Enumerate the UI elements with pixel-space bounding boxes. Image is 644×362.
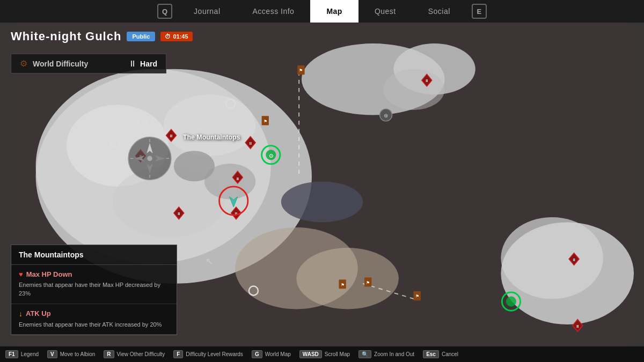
bottom-key-move: V Move to Albion [47, 350, 95, 358]
bottom-key-scroll: WASD Scroll Map [299, 350, 350, 358]
svg-point-7 [204, 164, 255, 200]
svg-text:⊙: ⊙ [269, 153, 273, 159]
svg-text:II: II [426, 78, 428, 83]
label-cancel: Cancel [442, 351, 458, 357]
nav-tabs: Q Journal Access Info Map Quest Social E [152, 0, 492, 23]
difficulty-pause-icon: ⏸ [128, 59, 137, 69]
tab-journal[interactable]: Journal [178, 0, 236, 23]
svg-text:⚑: ⚑ [415, 294, 419, 299]
difficulty-value: Hard [140, 60, 157, 68]
svg-text:⚑: ⚑ [366, 280, 370, 285]
bottom-key-rewards: F Difficulty Level Rewards [173, 350, 243, 358]
svg-text:⚑: ⚑ [299, 68, 303, 73]
key-f: F [173, 350, 183, 358]
nav-key-e[interactable]: E [472, 4, 487, 19]
svg-point-12 [501, 217, 603, 299]
key-f1: F1 [5, 350, 18, 358]
svg-text:II: II [576, 324, 579, 329]
svg-text:II: II [178, 211, 180, 216]
svg-point-17 [281, 181, 363, 222]
key-v: V [47, 350, 57, 358]
key-wasd: WASD [299, 350, 322, 358]
effect-atk-up: ↓ ATK Up Enemies that appear have their … [11, 304, 177, 335]
key-esc: Esc [423, 350, 439, 358]
effect-name-hp: ♥ Max HP Down [19, 270, 169, 278]
effect-desc-atk: Enemies that appear have their ATK incre… [19, 320, 169, 329]
heart-icon: ♥ [19, 270, 23, 278]
nav-key-q[interactable]: Q [157, 4, 172, 19]
label-rewards: Difficulty Level Rewards [186, 351, 243, 357]
key-zoom: 🔍 [358, 350, 371, 358]
svg-text:II: II [250, 141, 252, 146]
bottom-bar: F1 Legend V Move to Albion R View Other … [0, 346, 644, 362]
svg-text:⚑: ⚑ [264, 119, 267, 124]
effect-max-hp-down: ♥ Max HP Down Enemies that appear have t… [11, 265, 177, 304]
bottom-key-zoom: 🔍 Zoom In and Out [358, 350, 414, 358]
key-r: R [104, 350, 114, 358]
label-scroll: Scroll Map [325, 351, 350, 357]
difficulty-icon: ⚙ [20, 58, 27, 69]
svg-point-66 [147, 156, 152, 161]
tab-map[interactable]: Map [310, 0, 358, 23]
tab-quest[interactable]: Quest [358, 0, 412, 23]
label-difficulty: View Other Difficulty [117, 351, 165, 357]
difficulty-label: World Difficulty [33, 60, 88, 68]
info-panel: The Mountaintops ♥ Max HP Down Enemies t… [11, 245, 177, 336]
svg-text:The Mountaintops: The Mountaintops [183, 134, 240, 141]
label-move: Move to Albion [60, 351, 96, 357]
svg-text:II: II [170, 134, 172, 138]
label-world-map: World Map [265, 351, 291, 357]
svg-text:↖: ↖ [206, 256, 213, 267]
svg-text:⊛: ⊛ [384, 113, 388, 119]
label-zoom: Zoom In and Out [374, 351, 414, 357]
svg-text:⚑: ⚑ [341, 283, 345, 287]
svg-point-40 [506, 297, 516, 307]
key-g: G [252, 350, 262, 358]
effect-desc-hp: Enemies that appear have their Max HP de… [19, 280, 169, 298]
label-legend: Legend [21, 351, 39, 357]
bottom-key-difficulty: R View Other Difficulty [104, 350, 165, 358]
svg-text:II: II [237, 176, 239, 181]
svg-point-4 [164, 94, 255, 156]
difficulty-value-wrap: ⏸ Hard [128, 59, 157, 69]
info-panel-title: The Mountaintops [11, 245, 177, 265]
svg-point-14 [296, 248, 399, 309]
atk-icon: ↓ [19, 309, 23, 318]
bottom-key-legend: F1 Legend [5, 350, 39, 358]
svg-text:II: II [573, 257, 575, 262]
tab-social[interactable]: Social [412, 0, 466, 23]
svg-point-10 [383, 69, 444, 110]
top-navigation: Q Journal Access Info Map Quest Social E [0, 0, 644, 23]
difficulty-bar: ⚙ World Difficulty ⏸ Hard [11, 54, 166, 73]
bottom-key-cancel[interactable]: Esc Cancel [423, 350, 458, 358]
tab-access-info[interactable]: Access Info [237, 0, 311, 23]
bottom-key-world-map: G World Map [252, 350, 291, 358]
effect-name-atk: ↓ ATK Up [19, 309, 169, 318]
